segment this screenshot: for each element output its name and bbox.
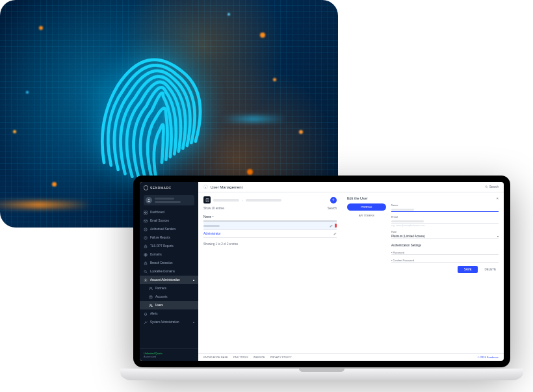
user-badge[interactable] xyxy=(144,195,194,205)
sidebar-item-account-administration[interactable]: Account Administration▴ xyxy=(140,276,198,284)
envelope-icon xyxy=(144,219,148,223)
lock-icon xyxy=(144,244,148,248)
name-value-redacted xyxy=(391,209,414,211)
role-value: Platinum (Limited Access) xyxy=(391,235,425,238)
email-field[interactable]: Email e.g. name@exampledomain.com xyxy=(391,215,499,227)
global-search[interactable]: Search xyxy=(485,185,499,189)
sidebar-item-label: System Administration xyxy=(150,320,179,324)
svg-rect-2 xyxy=(146,211,148,212)
email-value-redacted xyxy=(391,220,424,222)
tab-profile[interactable]: PROFILE xyxy=(347,203,386,211)
sidebar-item-dashboard[interactable]: Dashboard xyxy=(140,208,198,216)
sidebar-item-authorised-senders[interactable]: Authorised Senders xyxy=(140,225,198,233)
bell-icon xyxy=(144,312,148,316)
sidebar: SENDMARC Dashboard Email Sources Authori… xyxy=(140,182,198,361)
sidebar-item-email-sources[interactable]: Email Sources xyxy=(140,216,198,225)
svg-point-12 xyxy=(145,280,146,281)
sidebar-item-system-administration[interactable]: System Administration▾ xyxy=(140,318,198,326)
sidebar-item-alerts[interactable]: Alerts xyxy=(140,309,198,318)
back-button[interactable]: ‹ xyxy=(203,185,208,189)
check-badge-icon xyxy=(144,228,148,231)
footer-link-knowledge-base[interactable]: KNOWLEDGE BASE xyxy=(203,356,228,359)
sidebar-item-users[interactable]: Users xyxy=(140,301,198,309)
search-icon xyxy=(485,185,488,189)
svg-rect-3 xyxy=(144,213,146,214)
users-table: Name ▴ Administrato xyxy=(203,213,337,238)
field-label: Email xyxy=(391,215,499,218)
brand: SENDMARC xyxy=(140,182,198,194)
accounts-icon xyxy=(149,295,153,299)
search-icon xyxy=(144,270,148,274)
name-field[interactable]: Name xyxy=(391,203,499,212)
edit-user-form: Name Email e.g. name@exampledomain.com R xyxy=(391,203,499,273)
sidebar-item-tls-rpt[interactable]: TLS-RPT Reports xyxy=(140,242,198,250)
tab-api-tokens[interactable]: API TOKENS xyxy=(347,212,386,219)
brand-name: SENDMARC xyxy=(150,186,172,190)
chevron-down-icon: ▾ xyxy=(193,320,194,324)
svg-point-17 xyxy=(150,304,151,306)
field-label: Name xyxy=(391,203,499,207)
sidebar-item-label: Account Administration xyxy=(150,278,180,281)
chevron-right-icon: › xyxy=(242,198,243,202)
sidebar-item-accounts[interactable]: Accounts xyxy=(140,293,198,301)
breadcrumb-item-redacted[interactable] xyxy=(213,199,239,202)
laptop-mockup: SENDMARC Dashboard Email Sources Authori… xyxy=(120,176,523,384)
brand-shield-icon xyxy=(144,185,148,190)
topbar: ‹ User Management Search xyxy=(198,182,504,192)
user-list-panel: › + Show 10 entries Search xyxy=(198,192,342,353)
sidebar-item-breach-detection[interactable]: Breach Detection xyxy=(140,259,198,267)
dashboard-icon xyxy=(144,211,148,215)
table-row[interactable] xyxy=(203,222,337,230)
password-field[interactable]: • Password xyxy=(391,250,499,255)
svg-rect-8 xyxy=(144,246,147,247)
table-row[interactable]: Administrator xyxy=(203,230,337,238)
sidebar-item-label: Domains xyxy=(150,253,162,256)
sidebar-item-label: Email Sources xyxy=(150,219,169,222)
footer-link-privacy[interactable]: PRIVACY POLICY xyxy=(270,356,292,359)
svg-point-6 xyxy=(144,228,148,231)
svg-point-14 xyxy=(151,287,152,289)
edit-icon[interactable] xyxy=(330,224,333,228)
avatar-icon xyxy=(146,197,152,203)
close-icon[interactable]: × xyxy=(496,196,499,200)
breadcrumb-home[interactable] xyxy=(203,196,211,203)
plan-sub: Automated xyxy=(144,355,194,358)
table-controls: Show 10 entries Search xyxy=(203,207,337,210)
page-title: User Management xyxy=(211,185,242,189)
svg-rect-10 xyxy=(144,263,147,264)
sidebar-item-domains[interactable]: Domains xyxy=(140,250,198,259)
partners-icon xyxy=(149,287,153,291)
app-window: SENDMARC Dashboard Email Sources Authori… xyxy=(140,182,504,361)
main-area: ‹ User Management Search xyxy=(198,182,504,361)
svg-point-11 xyxy=(144,270,146,272)
role-field[interactable]: Role Platinum (Limited Access) ▾ xyxy=(391,230,499,239)
cog-icon xyxy=(144,278,148,282)
sidebar-item-partners[interactable]: Partners xyxy=(140,284,198,293)
panel-title: Edit the User xyxy=(347,196,368,200)
sidebar-item-label: Accounts xyxy=(155,295,168,298)
breadcrumb-item-redacted[interactable] xyxy=(246,199,281,202)
table-info: Showing 1 to 2 of 2 entries xyxy=(203,242,337,246)
svg-rect-4 xyxy=(146,213,148,214)
save-button[interactable]: SAVE xyxy=(458,266,478,273)
table-header[interactable]: Name ▴ xyxy=(203,213,337,222)
entries-selector[interactable]: Show 10 entries xyxy=(203,207,224,210)
edit-icon[interactable] xyxy=(333,232,337,235)
sidebar-item-failure-reports[interactable]: Failure Reports xyxy=(140,233,198,242)
footer-link-dns-tools[interactable]: DNS TOOLS xyxy=(233,356,248,359)
sidebar-item-lookalike-domains[interactable]: Lookalike Domains xyxy=(140,267,198,276)
field-hint: e.g. name@exampledomain.com xyxy=(391,224,499,227)
add-user-button[interactable]: + xyxy=(330,197,337,203)
laptop-base xyxy=(120,369,523,380)
delete-button[interactable]: DELETE xyxy=(482,266,499,273)
svg-point-13 xyxy=(150,287,151,289)
globe-icon xyxy=(144,253,148,257)
sidebar-item-label: Alerts xyxy=(150,312,158,315)
table-search[interactable]: Search xyxy=(328,207,337,210)
footer-link-website[interactable]: WEBSITE xyxy=(254,356,265,359)
sidebar-item-label: Failure Reports xyxy=(150,236,170,239)
sidebar-item-label: Users xyxy=(155,304,163,307)
confirm-password-field[interactable]: • Confirm Password xyxy=(391,258,499,263)
status-indicator xyxy=(335,224,337,228)
svg-point-16 xyxy=(150,296,151,297)
